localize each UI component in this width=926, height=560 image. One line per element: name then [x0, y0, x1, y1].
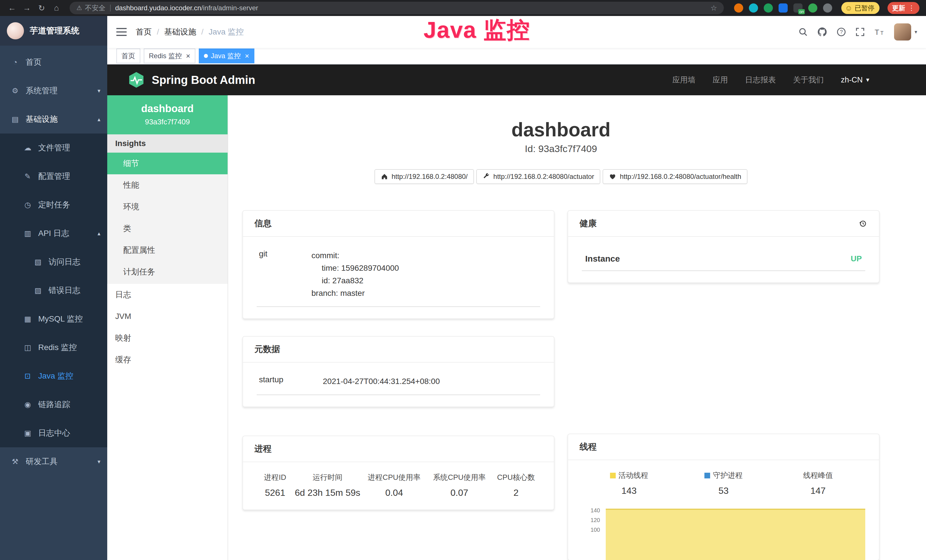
extension-drop-icon[interactable]: [749, 3, 758, 12]
sidebar-item-mysql-monitor[interactable]: ▦ MySQL 监控: [0, 305, 107, 333]
extension-grid-icon[interactable]: [779, 3, 788, 12]
sba-nav-mappings[interactable]: 映射: [107, 327, 228, 349]
file-icon: ☁: [23, 144, 33, 152]
locale-selector[interactable]: zh-CN ▾: [841, 76, 869, 85]
breadcrumb-infrastructure[interactable]: 基础设施: [164, 27, 196, 37]
extension-leaf-icon[interactable]: [808, 3, 817, 12]
close-icon[interactable]: ×: [245, 52, 249, 60]
sba-brand-title[interactable]: Spring Boot Admin: [152, 74, 255, 86]
git-id-line: id: 27aa832: [312, 274, 399, 287]
gear-icon: ⚙: [10, 86, 20, 95]
metadata-card-title: 元数据: [254, 344, 280, 355]
sba-nav-applications[interactable]: 应用: [713, 75, 728, 85]
sidebar-item-infrastructure[interactable]: ▤ 基础设施 ▴: [0, 105, 107, 133]
reload-icon[interactable]: ↻: [35, 3, 48, 13]
sba-nav-config-props[interactable]: 配置属性: [107, 239, 228, 261]
user-menu[interactable]: ▾: [894, 23, 917, 41]
security-label[interactable]: 不安全: [85, 3, 106, 12]
url-path[interactable]: /infra/admin-server: [201, 4, 258, 12]
tab-java-monitor[interactable]: Java 监控 ×: [199, 48, 254, 64]
font-size-icon[interactable]: TT: [874, 27, 885, 36]
stat-label: 活动线程: [619, 471, 648, 480]
sidebar-item-config-management[interactable]: ✎ 配置管理: [0, 162, 107, 191]
sidebar-item-label: 研发工具: [26, 456, 57, 467]
sba-nav-metrics[interactable]: 性能: [107, 174, 228, 196]
info-card-title: 信息: [254, 218, 271, 229]
sidebar-item-access-logs[interactable]: ▧ 访问日志: [0, 248, 107, 276]
back-icon[interactable]: ←: [6, 3, 18, 12]
address-bar[interactable]: ⚠ 不安全 dashboard.yudao.iocoder.cn/infra/a…: [70, 2, 724, 14]
extension-orange-icon[interactable]: [734, 3, 743, 12]
live-threads-swatch: [610, 473, 616, 478]
close-icon[interactable]: ×: [186, 52, 190, 60]
info-card: 信息 git commit: time: 1596289704000 id: 2…: [242, 210, 554, 319]
metadata-row-value: 2021-04-27T00:44:31.254+08:00: [323, 375, 440, 388]
sidebar-item-trace[interactable]: ◉ 链路追踪: [0, 390, 107, 419]
infrastructure-icon: ▤: [10, 115, 20, 124]
sidebar-item-label: 文件管理: [38, 142, 70, 153]
tab-redis-monitor[interactable]: Redis 监控 ×: [144, 48, 195, 64]
app-logo[interactable]: 芋道管理系统: [0, 16, 107, 45]
process-card: 进程 进程ID 5261 运行时间: [242, 436, 554, 510]
sba-nav-caches[interactable]: 缓存: [107, 349, 228, 371]
sba-nav-journal[interactable]: 日志报表: [745, 75, 776, 85]
sidebar-item-file-management[interactable]: ☁ 文件管理: [0, 133, 107, 162]
sidebar-item-java-monitor[interactable]: ⊡ Java 监控: [0, 362, 107, 390]
help-icon[interactable]: ?: [837, 27, 846, 37]
dashboard-icon: ◔: [10, 58, 20, 67]
health-instance-row[interactable]: Instance UP: [582, 247, 865, 271]
sba-nav-scheduled-tasks[interactable]: 计划任务: [107, 261, 228, 283]
extension-green-icon[interactable]: [764, 3, 773, 12]
instance-selector[interactable]: dashboard 93a3fc7f7409: [107, 95, 228, 135]
sba-nav-classes[interactable]: 类: [107, 218, 228, 239]
sba-nav-environment[interactable]: 环境: [107, 196, 228, 218]
profile-chip-label: 已暂停: [855, 4, 875, 12]
extension-on-badge-icon[interactable]: on: [793, 3, 802, 12]
sba-nav-jvm[interactable]: JVM: [107, 306, 228, 327]
sidebar-item-log-center[interactable]: ▣ 日志中心: [0, 419, 107, 447]
sidebar-item-redis-monitor[interactable]: ◫ Redis 监控: [0, 333, 107, 362]
extensions-puzzle-icon[interactable]: [823, 3, 832, 12]
user-menu-caret-icon: ▾: [915, 29, 917, 35]
breadcrumb-home[interactable]: 首页: [136, 27, 152, 37]
sidebar-item-dev-tools[interactable]: ⚒ 研发工具 ▾: [0, 447, 107, 476]
sidebar-item-label: 首页: [26, 57, 42, 68]
update-button[interactable]: 更新 ⋮: [888, 2, 920, 14]
sidebar-item-system-management[interactable]: ⚙ 系统管理 ▾: [0, 76, 107, 105]
sidebar-item-home[interactable]: ◔ 首页: [0, 48, 107, 76]
fullscreen-icon[interactable]: [855, 27, 865, 37]
history-icon[interactable]: [858, 219, 867, 228]
profile-chip[interactable]: ☺ 已暂停: [841, 2, 879, 14]
search-icon[interactable]: [798, 27, 808, 37]
github-icon[interactable]: [817, 27, 827, 37]
url-host[interactable]: dashboard.yudao.iocoder.cn: [115, 4, 201, 12]
bookmark-star-icon[interactable]: ☆: [710, 4, 717, 12]
extensions-area: on: [734, 3, 832, 12]
sidebar-item-label: MySQL 监控: [38, 313, 83, 324]
sba-nav-wallboard[interactable]: 应用墙: [672, 75, 695, 85]
browser-home-icon[interactable]: ⌂: [50, 3, 63, 12]
wrench-icon: [483, 173, 490, 180]
sba-header: Spring Boot Admin 应用墙 应用 日志报表 关于我们 zh-CN…: [107, 65, 926, 95]
security-warning-icon[interactable]: ⚠: [76, 4, 82, 12]
sba-nav-logs[interactable]: 日志: [107, 284, 228, 306]
on-badge: on: [798, 9, 805, 14]
metadata-row-label: startup: [259, 375, 323, 388]
sba-nav-details[interactable]: 细节: [107, 153, 228, 174]
forward-icon[interactable]: →: [21, 3, 33, 12]
health-url-button[interactable]: http://192.168.0.2:48080/actuator/health: [602, 169, 747, 184]
sidebar-item-error-logs[interactable]: ▨ 错误日志: [0, 276, 107, 305]
sba-nav-about[interactable]: 关于我们: [793, 75, 824, 85]
sidebar-item-scheduled-tasks[interactable]: ◷ 定时任务: [0, 191, 107, 219]
chevron-down-icon: ▾: [98, 87, 100, 94]
hamburger-icon[interactable]: [117, 27, 127, 36]
sidebar-item-label: 系统管理: [26, 85, 57, 96]
tab-home[interactable]: 首页: [117, 48, 140, 64]
sidebar-item-api-logs[interactable]: ▥ API 日志 ▴: [0, 219, 107, 248]
svg-text:T: T: [881, 30, 884, 36]
sidebar-item-label: 配置管理: [38, 171, 70, 182]
instance-url-button[interactable]: http://192.168.0.2:48080/: [374, 169, 474, 184]
browser-menu-kebab-icon[interactable]: ⋮: [908, 4, 915, 12]
actuator-url-button[interactable]: http://192.168.0.2:48080/actuator: [476, 169, 601, 184]
update-label: 更新: [892, 4, 905, 12]
